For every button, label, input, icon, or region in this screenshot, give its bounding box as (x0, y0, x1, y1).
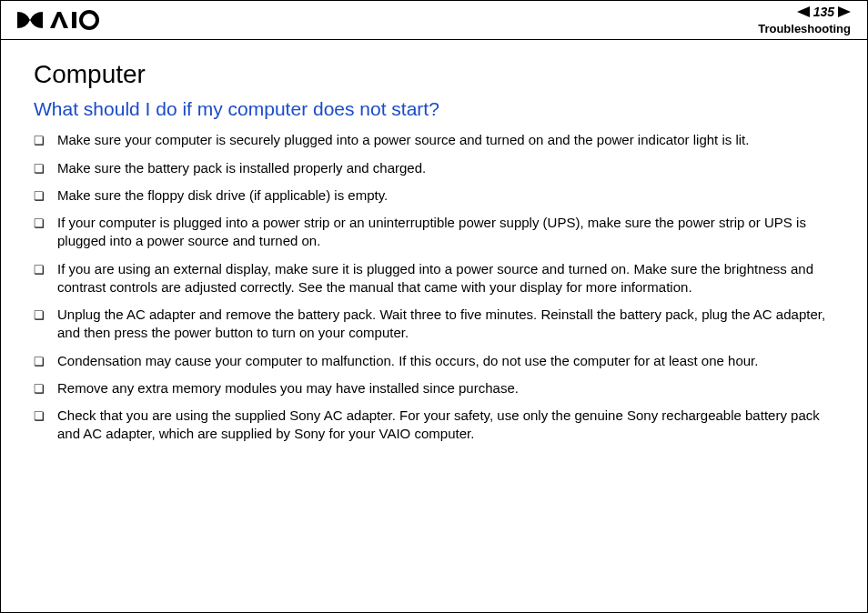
bullet-icon: ❏ (34, 216, 45, 232)
list-item: ❏If you are using an external display, m… (34, 260, 834, 297)
bullet-icon: ❏ (34, 262, 45, 278)
bullet-icon: ❏ (34, 354, 45, 370)
item-text: If you are using an external display, ma… (57, 260, 834, 297)
page-subtitle: What should I do if my computer does not… (34, 98, 834, 120)
list-item: ❏Make sure the floppy disk drive (if app… (34, 186, 834, 205)
next-page-icon[interactable] (838, 6, 851, 17)
bullet-icon: ❏ (34, 307, 45, 324)
item-text: Remove any extra memory modules you may … (57, 379, 519, 397)
svg-point-1 (81, 12, 97, 28)
page-header: 135 Troubleshooting (1, 1, 867, 40)
section-label: Troubleshooting (758, 22, 851, 36)
bullet-icon: ❏ (34, 381, 45, 397)
list-item: ❏Unplug the AC adapter and remove the ba… (34, 306, 834, 343)
item-text: Unplug the AC adapter and remove the bat… (57, 306, 834, 343)
bullet-icon: ❏ (34, 408, 45, 425)
item-text: Check that you are using the supplied So… (57, 407, 834, 444)
bullet-icon: ❏ (34, 161, 45, 177)
bullet-icon: ❏ (34, 188, 45, 205)
item-text: If your computer is plugged into a power… (57, 214, 834, 251)
bullet-icon: ❏ (34, 133, 45, 149)
page-title: Computer (34, 60, 834, 89)
page-nav: 135 (758, 5, 851, 20)
item-text: Make sure your computer is securely plug… (57, 131, 749, 149)
list-item: ❏Check that you are using the supplied S… (34, 407, 834, 444)
troubleshooting-list: ❏Make sure your computer is securely plu… (34, 131, 834, 443)
content-area: Computer What should I do if my computer… (1, 40, 867, 470)
item-text: Make sure the floppy disk drive (if appl… (57, 186, 388, 205)
vaio-logo (17, 10, 99, 30)
list-item: ❏Condensation may cause your computer to… (34, 352, 834, 370)
list-item: ❏Make sure the battery pack is installed… (34, 159, 834, 177)
list-item: ❏Make sure your computer is securely plu… (34, 131, 834, 149)
vaio-logo-icon (17, 10, 99, 30)
page-number: 135 (813, 5, 834, 20)
header-right: 135 Troubleshooting (758, 5, 851, 35)
prev-page-icon[interactable] (797, 6, 810, 17)
item-text: Make sure the battery pack is installed … (57, 159, 426, 177)
item-text: Condensation may cause your computer to … (57, 352, 758, 370)
list-item: ❏If your computer is plugged into a powe… (34, 214, 834, 251)
svg-rect-0 (72, 12, 76, 28)
list-item: ❏Remove any extra memory modules you may… (34, 379, 834, 397)
